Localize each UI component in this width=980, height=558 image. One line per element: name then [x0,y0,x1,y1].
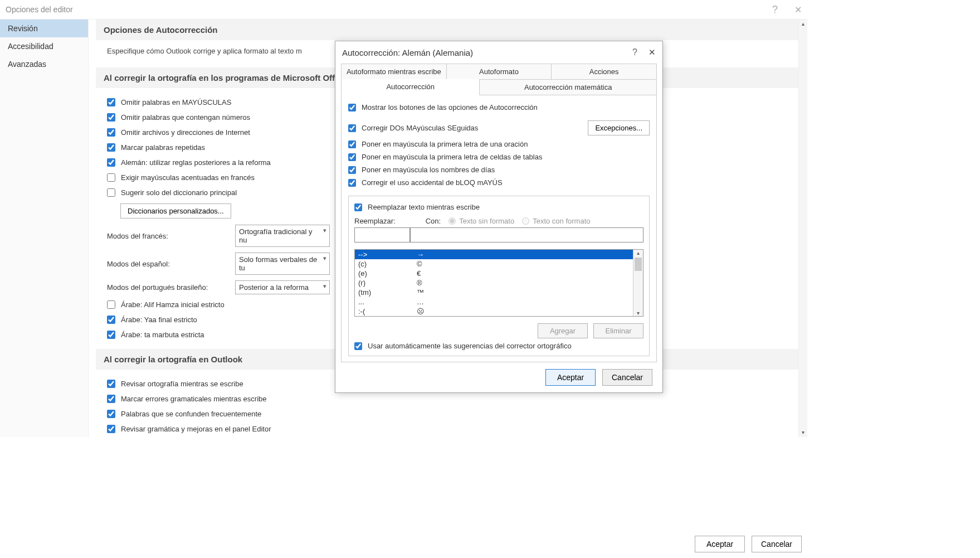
add-button[interactable]: Agregar [538,323,588,338]
sidebar-item-avanzadas[interactable]: Avanzadas [0,55,88,73]
portuguese-mode-label: Modos del portugués brasileño: [107,283,224,292]
sidebar-item-accesibilidad[interactable]: Accesibilidad [0,37,88,55]
label-plain-text: Texto sin formato [459,217,514,225]
check-spell-as-type[interactable] [107,380,115,388]
label-main-dict: Sugerir solo del diccionario principal [121,188,237,197]
check-repeated-words[interactable] [107,143,115,152]
portuguese-mode-combo[interactable]: Posterior a la reforma [235,280,330,294]
modal-accept-button[interactable]: Aceptar [545,369,596,386]
label-german-reform: Alemán: utilizar reglas posteriores a la… [121,158,271,167]
list-cell-with: ™ [413,288,633,297]
check-grammar-editor[interactable] [107,425,115,433]
modal-cancel-button[interactable]: Cancelar [602,369,652,386]
check-cap-days[interactable] [348,166,356,174]
label-formatted-text: Texto con formato [533,217,590,225]
check-cap-tablecell[interactable] [348,153,356,161]
label-grammar-editor: Revisar gramática y mejoras en el panel … [121,425,271,433]
exceptions-button[interactable]: Excepciones... [588,120,650,135]
check-capslock[interactable] [348,179,356,187]
check-omit-numbers[interactable] [107,113,115,122]
radio-plain-text [448,217,456,225]
replace-input[interactable] [354,227,410,242]
modal-footer: Aceptar Cancelar [335,362,662,392]
tab-actions[interactable]: Acciones [552,64,657,79]
scroll-down-icon[interactable]: ▾ [799,428,807,437]
tab-autocorrect[interactable]: Autocorrección [341,79,480,95]
parent-titlebar: Opciones del editor ? ✕ [0,0,807,19]
list-cell-replace: (e) [355,269,413,278]
list-scroll-up-icon[interactable]: ▴ [633,250,643,256]
list-cell-with: … [413,297,633,307]
list-scroll-thumb[interactable] [635,258,642,271]
label-french-accents: Exigir mayúsculas acentuadas en francés [121,173,255,182]
sidebar-item-revision[interactable]: Revisión [0,20,88,37]
list-cell-with: → [413,250,633,259]
spanish-mode-combo[interactable]: Solo formas verbales de tu [235,253,330,275]
list-row[interactable]: (c)© [355,259,633,269]
list-row[interactable]: (tm)™ [355,288,633,297]
content-scrollbar[interactable]: ▴ ▾ [798,20,807,437]
list-row[interactable]: (e)€ [355,269,633,278]
scroll-up-icon[interactable]: ▴ [799,20,807,28]
check-two-caps[interactable] [348,124,356,132]
label-repeated-words: Marcar palabras repetidas [121,143,205,152]
check-arabic-marbuta[interactable] [107,331,115,339]
list-scrollbar[interactable]: ▴ ▾ [633,250,643,316]
label-replace-typing: Reemplazar texto mientras escribe [368,203,480,211]
section-autocorrect-header: Opciones de Autocorrección [96,20,800,40]
tab-math-autocorrect[interactable]: Autocorrección matemática [480,79,657,95]
replace-label: Reemplazar: [354,217,396,225]
parent-title: Opciones del editor [6,5,73,14]
check-french-accents[interactable] [107,173,115,182]
list-cell-replace: (c) [355,259,413,269]
label-omit-urls: Omitir archivos y direcciones de Interne… [121,128,250,137]
check-arabic-yaa[interactable] [107,316,115,324]
check-grammar-errors[interactable] [107,395,115,403]
check-use-spellcheck[interactable] [354,342,362,350]
check-german-reform[interactable] [107,158,115,167]
list-cell-replace: (tm) [355,288,413,297]
autocorrect-dialog: Autocorrección: Alemán (Alemania) ? ✕ Au… [335,41,663,393]
list-cell-replace: --> [355,250,413,259]
label-cap-days: Poner en mayúscula los nombres de días [362,166,495,174]
list-row[interactable]: :-(☹ [355,307,633,316]
list-cell-with: € [413,269,633,278]
list-cell-replace: ... [355,297,413,307]
spanish-mode-label: Modos del español: [107,260,224,268]
list-scroll-down-icon[interactable]: ▾ [633,310,643,316]
close-icon[interactable]: ✕ [794,4,802,15]
delete-button[interactable]: Eliminar [593,323,643,338]
list-row[interactable]: (r)® [355,278,633,288]
modal-titlebar: Autocorrección: Alemán (Alemania) ? ✕ [335,41,662,64]
check-replace-typing[interactable] [354,203,362,211]
modal-close-icon[interactable]: ✕ [649,47,656,57]
check-confused-words[interactable] [107,410,115,418]
replacement-list[interactable]: -->→(c)©(e)€(r)®(tm)™...…:-(☹ ▴ ▾ [354,249,643,317]
label-use-spellcheck: Usar automáticamente las sugerencias del… [368,342,572,350]
list-cell-replace: (r) [355,278,413,288]
label-two-caps: Corregir DOs MAyúsculas SEguidas [362,124,478,132]
help-icon[interactable]: ? [772,4,778,16]
custom-dictionaries-button[interactable]: Diccionarios personalizados... [120,203,231,219]
french-mode-combo[interactable]: Ortografía tradicional y nu [235,225,330,247]
with-input[interactable] [410,227,643,242]
tab-content: Mostrar los botones de las opciones de A… [341,95,657,362]
check-omit-uppercase[interactable] [107,98,115,106]
label-show-buttons: Mostrar los botones de las opciones de A… [362,103,538,111]
check-arabic-alif[interactable] [107,300,115,309]
check-omit-urls[interactable] [107,128,115,137]
parent-accept-button[interactable]: Aceptar [695,536,745,552]
check-main-dict[interactable] [107,188,115,197]
list-row[interactable]: ...… [355,297,633,307]
tab-autoformat-typing[interactable]: Autoformato mientras escribe [341,64,447,79]
parent-cancel-button[interactable]: Cancelar [752,536,802,552]
label-arabic-alif: Árabe: Alif Hamza inicial estricto [121,300,225,309]
check-cap-sentence[interactable] [348,140,356,148]
modal-help-icon[interactable]: ? [632,47,637,57]
list-cell-with: © [413,259,633,269]
check-show-buttons[interactable] [348,104,356,111]
tab-autoformat[interactable]: Autoformato [447,64,552,79]
label-spell-as-type: Revisar ortografía mientras se escribe [121,380,243,388]
french-mode-label: Modos del francés: [107,232,224,240]
list-row[interactable]: -->→ [355,250,633,259]
